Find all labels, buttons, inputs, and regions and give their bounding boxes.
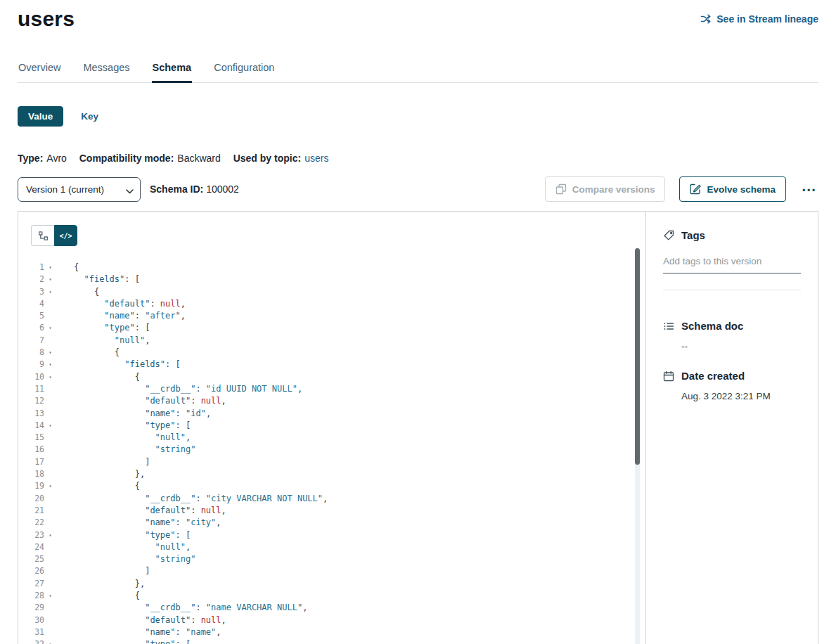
collapse-caret-icon[interactable]: ▾ [44,286,56,298]
collapse-caret-icon[interactable]: ▾ [44,371,56,383]
tab-overview[interactable]: Overview [18,62,61,82]
line-number: 17 [18,456,44,468]
code-line: 32▾ "type": [ [18,638,645,644]
line-number: 20 [18,493,44,505]
code-line-text: "name": "city", [74,517,221,529]
code-line: 28▾ { [18,590,645,602]
compare-versions-label: Compare versions [572,184,655,195]
line-number: 21 [18,505,44,517]
caret-spacer [44,408,56,420]
code-line-text: "type": [ [74,420,191,432]
collapse-caret-icon[interactable]: ▾ [44,420,56,432]
collapse-caret-icon[interactable]: ▾ [44,638,56,644]
tab-schema[interactable]: Schema [152,62,193,82]
compare-versions-button[interactable]: Compare versions [545,176,666,202]
line-number: 22 [18,517,44,529]
add-tags-input[interactable] [663,253,801,273]
date-created-section-header: Date created [663,370,801,382]
tab-messages[interactable]: Messages [82,62,130,82]
caret-spacer [44,383,56,395]
version-select[interactable]: Version 1 (current) [18,177,141,202]
code-line-text: }, [74,578,145,590]
code-line-text: { [74,590,140,602]
tab-configuration[interactable]: Configuration [213,62,275,82]
code-line-text: "type": [ [74,529,191,541]
schema-actions: Compare versions Evolve schema ⋯ [545,176,818,202]
code-line: 16 "string" [18,444,645,456]
version-select-wrap: Version 1 (current) [18,177,141,202]
caret-spacer [44,444,56,456]
stream-lineage-link[interactable]: See in Stream lineage [700,13,818,25]
page-header: users See in Stream lineage [18,0,818,31]
code-line-text: { [74,480,140,492]
code-line-text: }, [74,468,145,480]
code-line-text: "null", [74,335,150,347]
line-number: 5 [18,310,44,322]
code-line: 3▾ { [18,286,645,298]
code-line-text: "fields": [ [74,359,181,371]
tree-view-button[interactable] [31,225,54,246]
line-number: 32 [18,638,44,644]
collapse-caret-icon[interactable]: ▾ [44,480,56,492]
scrollbar-thumb[interactable] [635,248,640,465]
more-options-button[interactable]: ⋯ [800,181,818,198]
line-number: 7 [18,335,44,347]
caret-spacer [44,456,56,468]
code-line: 10▾ { [18,371,645,383]
collapse-caret-icon[interactable]: ▾ [44,359,56,371]
schema-doc-value: -- [681,341,801,352]
collapse-caret-icon[interactable]: ▾ [44,262,56,273]
used-by-topic-label: Used by topic: [233,153,301,164]
code-line: 11 "__crdb__": "id UUID NOT NULL", [18,383,645,395]
code-line: 6▾ "type": [ [18,322,645,334]
line-number: 16 [18,444,44,456]
code-view-icon: </> [59,232,72,240]
stream-lineage-label: See in Stream lineage [716,13,818,25]
editor-view-toggle: </> [31,225,645,246]
date-created-value: Aug. 3 2022 3:21 PM [681,391,801,401]
code-line-text: { [74,286,99,298]
line-number: 23 [18,529,44,541]
caret-spacer [44,626,56,638]
code-line-text: "default": null, [74,505,226,517]
topic-link[interactable]: users [304,153,328,164]
code-line: 9▾ "fields": [ [18,359,645,371]
collapse-caret-icon[interactable]: ▾ [44,590,56,602]
collapse-caret-icon[interactable]: ▾ [44,347,56,359]
schema-panel: </> 1▾{2▾ "fields": [3▾ {4 "default": nu… [18,211,818,644]
caret-spacer [44,541,56,553]
code-line-text: { [74,371,140,383]
line-number: 11 [18,383,44,395]
schema-id-value: 100002 [206,183,239,195]
code-line-text: ] [74,565,150,577]
code-line: 4 "default": null, [18,298,645,310]
schema-sidebar: Tags Schema doc -- Date created [645,212,818,644]
collapse-caret-icon[interactable]: ▾ [44,529,56,541]
code-line: 14▾ "type": [ [18,420,645,432]
caret-spacer [44,614,56,626]
code-line: 20 "__crdb__": "city VARCHAR NOT NULL", [18,493,645,505]
collapse-caret-icon[interactable]: ▾ [44,273,56,285]
code-line: 29 "__crdb__": "name VARCHAR NULL", [18,602,645,614]
line-number: 27 [18,578,44,590]
collapse-caret-icon[interactable]: ▾ [44,322,56,334]
sidebar-divider [663,290,801,290]
schema-meta: Type:Avro Compatibility mode:Backward Us… [18,153,818,164]
caret-spacer [44,432,56,444]
code-line-text: "type": [ [74,638,191,644]
edit-icon [690,183,701,195]
type-label: Type: [18,153,43,164]
key-toggle-link[interactable]: Key [81,111,98,122]
code-line: 30 "default": null, [18,614,645,626]
code-line-text: "__crdb__": "name VARCHAR NULL", [74,602,307,614]
line-number: 15 [18,432,44,444]
caret-spacer [44,505,56,517]
line-number: 10 [18,371,44,383]
code-line: 19▾ { [18,480,645,492]
evolve-schema-button[interactable]: Evolve schema [679,176,786,202]
code-line: 17 ] [18,456,645,468]
line-number: 25 [18,553,44,565]
code-line: 5 "name": "after", [18,310,645,322]
code-view-button[interactable]: </> [54,225,77,246]
value-toggle-button[interactable]: Value [18,106,63,127]
